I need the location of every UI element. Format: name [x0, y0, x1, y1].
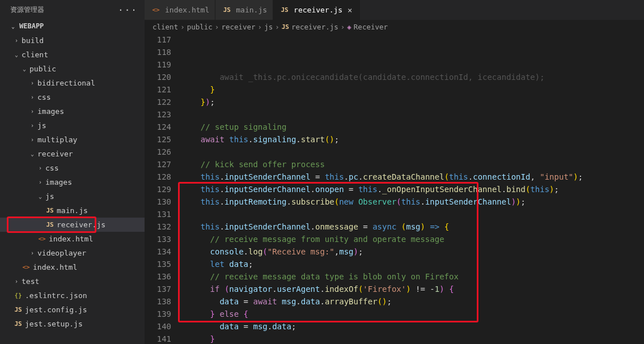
editor-tab[interactable]: JSreceiver.js× [273, 0, 360, 20]
tree-item-label: index.html [32, 263, 77, 271]
breadcrumb-symbol[interactable]: Receiver [354, 23, 388, 31]
json-icon-badge: {} [12, 292, 24, 299]
code-line[interactable]: this.inputSenderChannel = this.pc.create… [181, 171, 638, 183]
code-line[interactable]: data = msg.data; [181, 320, 638, 333]
line-number: 122 [145, 96, 171, 108]
close-icon[interactable]: × [346, 6, 354, 15]
line-number: 137 [145, 283, 171, 295]
editor-tab[interactable]: JSmain.js [215, 0, 273, 20]
tree-item-label: index.html [48, 235, 93, 243]
tree-item-label: bidirectional [36, 79, 95, 87]
line-number: 141 [145, 333, 171, 344]
tree-item-label: jest.setup.js [24, 320, 83, 328]
file-tree: ›build⌄client⌄public›bidirectional›css›i… [0, 32, 145, 332]
line-number: 118 [145, 46, 171, 58]
folder-item[interactable]: ›bidirectional [0, 76, 145, 90]
code-line[interactable]: }); [181, 96, 638, 108]
tree-item-label: public [28, 65, 56, 73]
folder-item[interactable]: ›videoplayer [0, 246, 145, 260]
folder-item[interactable]: ›test [0, 274, 145, 288]
code-line[interactable]: this.inputSenderChannel.onmessage = asyn… [181, 220, 638, 233]
line-number: 120 [145, 71, 171, 83]
breadcrumb-file[interactable]: receiver.js [291, 23, 338, 31]
file-item[interactable]: JSjest.setup.js [0, 317, 145, 331]
code-line[interactable] [181, 108, 638, 121]
line-number: 127 [145, 158, 171, 171]
line-number: 132 [145, 220, 171, 233]
folder-item[interactable]: ›images [0, 175, 145, 189]
folder-item[interactable]: ⌄receiver [0, 147, 145, 161]
folder-item[interactable]: ›js [0, 118, 145, 133]
folder-item[interactable]: ›images [0, 104, 145, 118]
chevron-right-icon: › [12, 37, 20, 44]
line-number: 135 [145, 258, 171, 270]
line-number: 117 [145, 33, 171, 46]
code-line[interactable]: // kick send offer process [181, 158, 638, 171]
file-item[interactable]: <>index.html [0, 232, 145, 246]
code-line[interactable]: this.inputSenderChannel.onopen = this._o… [181, 183, 638, 196]
code-line[interactable]: // setup signaling [181, 121, 638, 133]
chevron-down-icon: ⌄ [28, 151, 36, 157]
editor-area[interactable]: 1171181191201211221231241251261271281291… [145, 33, 644, 344]
editor-panel: <>index.htmlJSmain.jsJSreceiver.js× clie… [145, 0, 644, 344]
html-icon-badge: <> [36, 235, 48, 243]
code-line[interactable]: } else { [181, 308, 638, 320]
folder-item[interactable]: ⌄client [0, 48, 145, 62]
code-line[interactable] [181, 208, 638, 220]
line-number: 128 [145, 171, 171, 183]
file-item[interactable]: <>index.html [0, 260, 145, 274]
code-area[interactable]: await _this.pc.onicecandidate(candidate.… [181, 33, 638, 344]
folder-item[interactable]: ⌄public [0, 62, 145, 76]
line-number: 124 [145, 121, 171, 133]
tree-item-label: js [36, 121, 46, 130]
tab-label: receiver.js [294, 6, 342, 14]
code-line[interactable]: // receive message from unity and operat… [181, 233, 638, 245]
breadcrumb-seg[interactable]: public [187, 23, 213, 31]
line-number: 140 [145, 320, 171, 333]
line-number: 129 [145, 183, 171, 196]
line-number: 136 [145, 270, 171, 283]
project-root[interactable]: ⌄ WEBAPP [0, 20, 145, 32]
breadcrumb[interactable]: client› public› receiver› js› JS receive… [145, 20, 644, 33]
tree-item-label: css [44, 164, 58, 172]
code-line[interactable]: } [181, 333, 638, 344]
chevron-right-icon: › [36, 179, 44, 185]
project-root-label: WEBAPP [19, 22, 44, 30]
folder-item[interactable]: ⌄js [0, 189, 145, 203]
chevron-down-icon: ⌄ [20, 66, 28, 72]
line-number: 134 [145, 245, 171, 258]
html-icon-badge: <> [20, 264, 32, 271]
tab-label: index.html [165, 6, 209, 14]
file-item[interactable]: {}.eslintrc.json [0, 288, 145, 303]
minimap[interactable] [638, 33, 644, 344]
code-line[interactable]: } [181, 83, 638, 96]
code-line[interactable]: this.inputRemoting.subscribe(new Observe… [181, 196, 638, 208]
file-item[interactable]: JSreceiver.js [0, 218, 145, 232]
tree-item-label: .eslintrc.json [24, 291, 87, 300]
code-line[interactable]: let data; [181, 258, 638, 270]
line-number: 139 [145, 308, 171, 320]
code-line[interactable]: await _this.pc.onicecandidate(candidate.… [181, 71, 638, 83]
folder-item[interactable]: ›css [0, 161, 145, 175]
folder-item[interactable]: ›css [0, 90, 145, 104]
breadcrumb-seg[interactable]: js [264, 23, 273, 31]
editor-tab[interactable]: <>index.html [145, 0, 215, 20]
code-line[interactable] [181, 146, 638, 158]
chevron-right-icon: › [28, 137, 36, 143]
js-icon-badge: JS [44, 221, 56, 228]
breadcrumb-seg[interactable]: receiver [221, 23, 255, 31]
js-icon-badge: JS [279, 6, 290, 14]
code-line[interactable]: if (navigator.userAgent.indexOf('Firefox… [181, 283, 638, 295]
more-icon[interactable]: ··· [118, 5, 138, 15]
breadcrumb-seg[interactable]: client [152, 23, 178, 31]
folder-item[interactable]: ›multiplay [0, 133, 145, 147]
file-item[interactable]: JSjest.config.js [0, 303, 145, 317]
file-item[interactable]: JSmain.js [0, 203, 145, 218]
chevron-right-icon: › [28, 80, 36, 86]
chevron-down-icon: ⌄ [9, 23, 17, 29]
code-line[interactable]: data = await msg.data.arrayBuffer(); [181, 295, 638, 308]
code-line[interactable]: // receive message data type is blob onl… [181, 270, 638, 283]
code-line[interactable]: console.log("Receive msg:",msg); [181, 245, 638, 258]
folder-item[interactable]: ›build [0, 33, 145, 48]
code-line[interactable]: await this.signaling.start(); [181, 133, 638, 146]
